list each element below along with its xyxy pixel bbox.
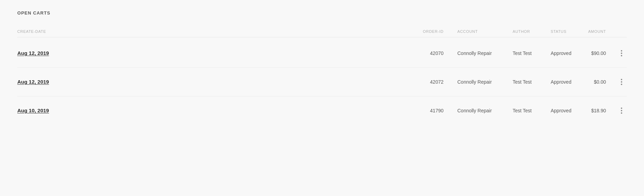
kebab-menu-button[interactable] xyxy=(619,77,624,86)
kebab-menu-button[interactable] xyxy=(619,106,624,115)
dot-1 xyxy=(621,108,622,109)
status-cell: Approved xyxy=(551,50,585,56)
status-cell: Approved xyxy=(551,79,585,85)
header-order-id: ORDER-ID xyxy=(423,29,457,34)
author-cell: Test Test xyxy=(513,108,551,113)
author-cell: Test Test xyxy=(513,79,551,85)
account-cell: Connolly Repair xyxy=(457,79,513,85)
account-cell: Connolly Repair xyxy=(457,50,513,56)
table-row: Aug 12, 2019 42070 Connolly Repair Test … xyxy=(17,39,627,68)
table-rows: Aug 12, 2019 42070 Connolly Repair Test … xyxy=(17,39,627,125)
amount-cell: $18.90 xyxy=(585,108,616,113)
actions-cell xyxy=(616,106,627,115)
dot-3 xyxy=(621,55,622,56)
dot-2 xyxy=(621,110,622,111)
dot-2 xyxy=(621,53,622,54)
order-id-cell: 42072 xyxy=(423,79,457,85)
actions-cell xyxy=(616,77,627,86)
header-status: STATUS xyxy=(551,29,585,34)
dot-2 xyxy=(621,81,622,83)
header-create-date: CREATE-DATE xyxy=(17,29,423,34)
create-date-cell: Aug 10, 2019 xyxy=(17,108,423,114)
dot-1 xyxy=(621,79,622,80)
status-cell: Approved xyxy=(551,108,585,113)
header-author: AUTHOR xyxy=(513,29,551,34)
header-account: ACCOUNT xyxy=(457,29,513,34)
create-date-cell: Aug 12, 2019 xyxy=(17,50,423,56)
actions-cell xyxy=(616,49,627,58)
table-row: Aug 10, 2019 41790 Connolly Repair Test … xyxy=(17,96,627,125)
page-title: OPEN CARTS xyxy=(17,10,627,16)
order-id-cell: 41790 xyxy=(423,108,457,113)
account-cell: Connolly Repair xyxy=(457,108,513,113)
create-date-link[interactable]: Aug 10, 2019 xyxy=(17,108,49,113)
table-row: Aug 12, 2019 42072 Connolly Repair Test … xyxy=(17,68,627,96)
create-date-link[interactable]: Aug 12, 2019 xyxy=(17,50,49,56)
dot-3 xyxy=(621,84,622,85)
dot-3 xyxy=(621,112,622,114)
dot-1 xyxy=(621,50,622,52)
page-container: OPEN CARTS CREATE-DATE ORDER-ID ACCOUNT … xyxy=(0,0,644,135)
author-cell: Test Test xyxy=(513,50,551,56)
kebab-menu-button[interactable] xyxy=(619,49,624,58)
amount-cell: $0.00 xyxy=(585,79,616,85)
table-container: CREATE-DATE ORDER-ID ACCOUNT AUTHOR STAT… xyxy=(17,26,627,125)
order-id-cell: 42070 xyxy=(423,50,457,56)
amount-cell: $90.00 xyxy=(585,50,616,56)
create-date-cell: Aug 12, 2019 xyxy=(17,79,423,85)
header-amount: AMOUNT xyxy=(585,29,616,34)
create-date-link[interactable]: Aug 12, 2019 xyxy=(17,79,49,85)
table-header: CREATE-DATE ORDER-ID ACCOUNT AUTHOR STAT… xyxy=(17,26,627,37)
header-actions xyxy=(616,29,627,34)
